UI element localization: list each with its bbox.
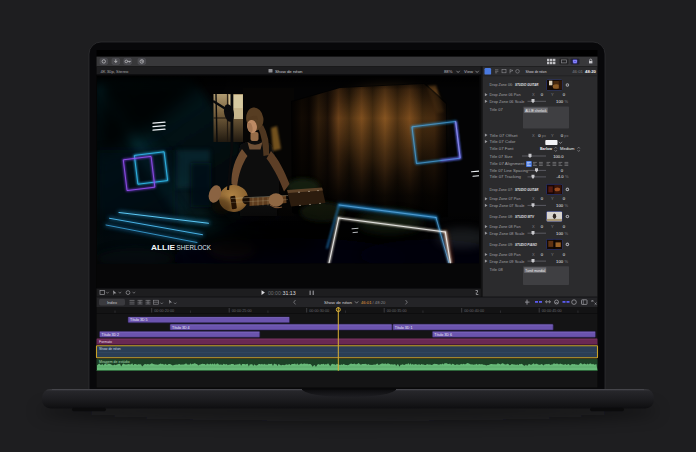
svg-text:Medium: Medium: [560, 146, 575, 151]
svg-text:ALLIE sherlock: ALLIE sherlock: [525, 109, 547, 113]
svg-text:%: %: [565, 231, 569, 236]
svg-text:Drop Zone 08:: Drop Zone 08:: [490, 214, 514, 219]
svg-text:00:00:20:00: 00:00:20:00: [154, 309, 174, 313]
svg-text:Title 07 Color: Title 07 Color: [490, 139, 517, 144]
svg-text:Y: Y: [551, 196, 554, 201]
svg-text:46:01: 46:01: [572, 69, 583, 74]
svg-text:X: X: [532, 133, 535, 138]
svg-text:Título 3D 5: Título 3D 5: [130, 318, 148, 322]
svg-text:Show de néon: Show de néon: [275, 69, 303, 74]
svg-text:88%: 88%: [444, 69, 453, 74]
svg-text:px: px: [542, 133, 546, 138]
svg-text:Título 3D 1: Título 3D 1: [395, 326, 413, 330]
svg-text:Drop Zone 07 Scale: Drop Zone 07 Scale: [490, 203, 526, 208]
svg-text:100.0: 100.0: [553, 154, 564, 159]
svg-text:00:00:35:00: 00:00:35:00: [387, 309, 407, 313]
svg-text:Title 07 Offset: Title 07 Offset: [490, 133, 519, 138]
svg-text:Título 3D 4: Título 3D 4: [172, 326, 190, 330]
svg-text:00:00:45:00: 00:00:45:00: [542, 309, 562, 313]
svg-text:%: %: [565, 174, 569, 179]
svg-text:SHERLOCK: SHERLOCK: [177, 244, 212, 251]
svg-text:STUDIO MTV: STUDIO MTV: [515, 214, 535, 219]
svg-text:31:13: 31:13: [283, 290, 296, 296]
svg-text:View: View: [464, 69, 474, 74]
svg-text:Drop Zone 08 Scale: Drop Zone 08 Scale: [490, 231, 526, 236]
svg-text:Show de néon: Show de néon: [99, 347, 121, 351]
svg-text:Title 07: Title 07: [490, 107, 504, 112]
svg-text:Drop Zone 06 Scale: Drop Zone 06 Scale: [490, 99, 526, 104]
svg-text:4K 30p, Stereo: 4K 30p, Stereo: [101, 69, 130, 74]
svg-text:Drop Zone 07 Pan: Drop Zone 07 Pan: [490, 196, 522, 201]
svg-text:Y: Y: [551, 252, 554, 257]
svg-text:Drop Zone 09 Pan: Drop Zone 09 Pan: [490, 252, 522, 257]
svg-text:100: 100: [556, 259, 564, 264]
svg-text:X: X: [532, 224, 535, 229]
svg-text:Title 07 Tracking: Title 07 Tracking: [490, 174, 522, 179]
svg-text:Drop Zone 09:: Drop Zone 09:: [490, 242, 514, 247]
svg-text:%: %: [565, 99, 569, 104]
svg-text:00:00:: 00:00:: [268, 290, 282, 296]
svg-text:Y: Y: [551, 224, 554, 229]
svg-text:Drop Zone 09 Scale: Drop Zone 09 Scale: [490, 259, 526, 264]
svg-text:STUDIO PIANO: STUDIO PIANO: [515, 242, 538, 247]
svg-text:Miragem de estúdio: Miragem de estúdio: [99, 360, 130, 364]
svg-text:Title 07 Line Spacing: Title 07 Line Spacing: [490, 168, 529, 173]
svg-text:-4.0: -4.0: [556, 174, 564, 179]
svg-text:Index: Index: [107, 300, 118, 305]
svg-text:46:01: 46:01: [361, 300, 372, 305]
svg-text:Title 08: Title 08: [490, 267, 504, 272]
svg-text:%: %: [565, 203, 569, 208]
svg-text:Title 07 Alignment: Title 07 Alignment: [490, 161, 526, 166]
svg-text:100: 100: [556, 203, 564, 208]
svg-text:STUDIO GUITAR: STUDIO GUITAR: [515, 82, 539, 87]
svg-text:48:20: 48:20: [585, 69, 597, 74]
svg-text:00:00:30:00: 00:00:30:00: [309, 309, 329, 313]
svg-text:00:00:40:00: 00:00:40:00: [464, 309, 484, 313]
svg-text:Título 3D 2: Título 3D 2: [102, 333, 120, 337]
svg-text:100: 100: [556, 99, 564, 104]
svg-text:Turnê mundial: Turnê mundial: [525, 269, 545, 273]
svg-text:X: X: [532, 92, 535, 97]
svg-text:Drop Zone 07:: Drop Zone 07:: [490, 187, 514, 192]
svg-text:X: X: [532, 252, 535, 257]
svg-text:px: px: [564, 133, 568, 138]
svg-text:Y: Y: [551, 92, 554, 97]
svg-text:ALLIE: ALLIE: [151, 244, 176, 251]
svg-text:%: %: [565, 259, 569, 264]
svg-text:Y: Y: [551, 133, 554, 138]
svg-text:X: X: [532, 196, 535, 201]
svg-text:/ 48:20: / 48:20: [373, 300, 386, 305]
svg-text:Show de néon: Show de néon: [324, 300, 353, 305]
svg-text:Drop Zone 08 Pan: Drop Zone 08 Pan: [490, 224, 522, 229]
svg-text:Drop Zone 06:: Drop Zone 06:: [490, 82, 514, 87]
svg-text:STUDIO GUITAR: STUDIO GUITAR: [515, 187, 539, 192]
svg-text:Show de néon: Show de néon: [526, 69, 548, 74]
svg-text:100: 100: [556, 231, 564, 236]
svg-text:Barlow: Barlow: [540, 146, 553, 151]
svg-text:Título 3D 6: Título 3D 6: [434, 333, 452, 337]
svg-text:Formato: Formato: [99, 340, 112, 344]
svg-text:Drop Zone 06 Pan: Drop Zone 06 Pan: [490, 92, 522, 97]
svg-text:Title 07 Font: Title 07 Font: [490, 146, 515, 151]
svg-text:00:00:25:00: 00:00:25:00: [232, 309, 252, 313]
svg-text:Title 07 Size: Title 07 Size: [490, 154, 514, 159]
